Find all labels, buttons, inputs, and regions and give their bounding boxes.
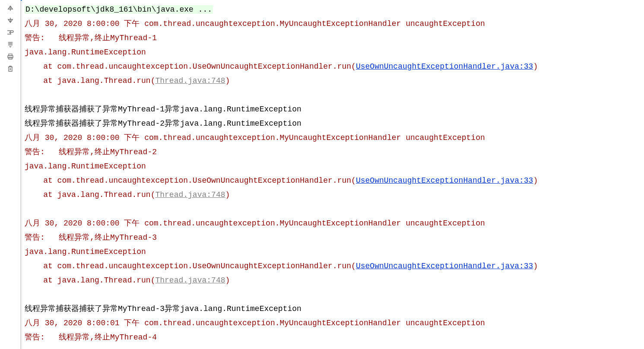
svg-rect-2 [9, 57, 12, 59]
source-link[interactable]: UseOwnUncaughtExceptionHandler.java:33 [356, 62, 533, 71]
source-link[interactable]: Thread.java:748 [155, 276, 225, 285]
gutter-divider[interactable] [21, 0, 22, 349]
stderr-line[interactable]: 八月 30, 2020 8:00:00 下午 com.thread.uncaug… [25, 131, 641, 145]
stderr-line[interactable]: 八月 30, 2020 8:00:01 下午 com.thread.uncaug… [25, 316, 641, 330]
stack-trace-line[interactable]: at com.thread.uncaughtexception.UseOwnUn… [25, 259, 641, 273]
stack-trace-line[interactable]: at java.lang.Thread.run(Thread.java:748) [25, 188, 641, 202]
source-link[interactable]: Thread.java:748 [155, 190, 225, 199]
console-toolbar [0, 0, 21, 349]
stderr-line[interactable]: java.lang.RuntimeException [25, 159, 641, 174]
blank-line [25, 88, 641, 102]
stderr-line[interactable]: java.lang.RuntimeException [25, 245, 641, 259]
source-link[interactable]: UseOwnUncaughtExceptionHandler.java:33 [356, 262, 533, 270]
stderr-line[interactable]: 警告: 线程异常,终止MyThread-4 [25, 330, 641, 345]
up-stack-trace-icon[interactable] [6, 3, 15, 13]
stdout-line[interactable]: 线程异常捕获器捕获了异常MyThread-1异常java.lang.Runtim… [25, 102, 641, 117]
stderr-line[interactable]: 警告: 线程异常,终止MyThread-3 [25, 231, 641, 245]
stderr-line[interactable]: 警告: 线程异常,终止MyThread-1 [25, 31, 641, 45]
blank-line [25, 202, 641, 216]
source-link[interactable]: Thread.java:748 [155, 76, 225, 85]
soft-wrap-icon[interactable] [6, 28, 15, 37]
down-stack-trace-icon[interactable] [6, 16, 15, 25]
stdout-line[interactable]: 线程异常捕获器捕获了异常MyThread-3异常java.lang.Runtim… [25, 302, 641, 316]
clear-all-icon[interactable] [6, 64, 15, 73]
stderr-line[interactable]: 八月 30, 2020 8:00:00 下午 com.thread.uncaug… [25, 216, 641, 231]
stderr-line[interactable]: java.lang.RuntimeException [25, 45, 641, 60]
console-output[interactable]: D:\developsoft\jdk8_161\bin\java.exe ...… [22, 0, 644, 349]
stack-trace-line[interactable]: at com.thread.uncaughtexception.UseOwnUn… [25, 174, 641, 188]
stderr-line[interactable]: 八月 30, 2020 8:00:00 下午 com.thread.uncaug… [25, 17, 641, 31]
source-link[interactable]: UseOwnUncaughtExceptionHandler.java:33 [356, 176, 533, 185]
print-icon[interactable] [6, 52, 15, 61]
stderr-line[interactable]: 警告: 线程异常,终止MyThread-2 [25, 145, 641, 159]
scroll-to-end-icon[interactable] [6, 40, 15, 49]
command-line[interactable]: D:\developsoft\jdk8_161\bin\java.exe ... [25, 3, 641, 17]
stack-trace-line[interactable]: at com.thread.uncaughtexception.UseOwnUn… [25, 60, 641, 74]
blank-line [25, 288, 641, 302]
stdout-line[interactable]: 线程异常捕获器捕获了异常MyThread-2异常java.lang.Runtim… [25, 117, 641, 131]
stack-trace-line[interactable]: at java.lang.Thread.run(Thread.java:748) [25, 74, 641, 88]
stack-trace-line[interactable]: at java.lang.Thread.run(Thread.java:748) [25, 273, 641, 288]
